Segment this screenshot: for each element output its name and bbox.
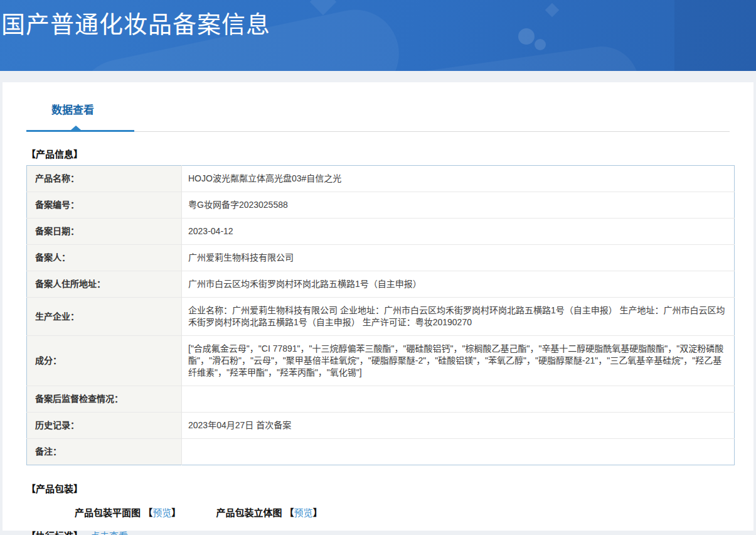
- row-label: 产品名称：: [27, 166, 182, 192]
- row-label: 成分：: [27, 336, 182, 386]
- content-card: 数据查看 【产品信息】 产品名称： HOJO波光粼粼立体高光盘03#自信之光 备…: [3, 82, 753, 531]
- packaging-flat-preview-link[interactable]: 预览: [152, 507, 171, 518]
- row-value: 粤G妆网备字2023025588: [182, 192, 735, 219]
- tab-data-view[interactable]: 数据查看: [51, 101, 94, 117]
- packaging-stereo-preview-link[interactable]: 预览: [294, 507, 313, 518]
- bracket-open: 【: [143, 507, 152, 518]
- banner-decoration: [310, 0, 336, 15]
- table-row-ingredients: 成分： ["合成氟金云母"，"CI 77891"，"十三烷醇偏苯三酸酯"，"硼硅…: [27, 336, 735, 386]
- tab-bar: 数据查看: [26, 101, 730, 132]
- execution-standard-row: 【执行标准】点击查看: [26, 529, 730, 535]
- packaging-flat-label: 产品包装平面图: [75, 507, 141, 518]
- banner-decoration: [545, 3, 560, 18]
- execution-standard-view-link[interactable]: 点击查看: [90, 531, 128, 535]
- packaging-row: 产品包装平面图 【预览】 产品包装立体图 【预览】: [75, 505, 730, 519]
- tab-active-underline: [26, 130, 134, 132]
- row-label: 备案人：: [27, 245, 182, 271]
- arrow-up-icon: [71, 126, 81, 130]
- row-value: HOJO波光粼粼立体高光盘03#自信之光: [182, 166, 735, 192]
- row-value: ["合成氟金云母"，"CI 77891"，"十三烷醇偏苯三酸酯"，"硼硅酸铝钙"…: [182, 336, 735, 386]
- row-value: 广州市白云区均禾街罗岗村环岗北路五横路1号（自主申报）: [182, 271, 735, 298]
- table-row-remarks: 备注：: [27, 439, 735, 465]
- table-row-registration-date: 备案日期： 2023-04-12: [27, 219, 735, 245]
- bracket-close: 】: [171, 507, 181, 518]
- row-value: 2023年04月27日 首次备案: [182, 413, 735, 439]
- row-label: 备案编号：: [27, 192, 182, 219]
- tab-underline: [26, 126, 730, 132]
- row-value: [182, 386, 735, 413]
- row-value: 企业名称：广州爱莉生物科技有限公司 企业地址：广州市白云区均禾街罗岗村环岗北路五…: [182, 298, 735, 336]
- row-value: 广州爱莉生物科技有限公司: [182, 245, 735, 271]
- product-info-table: 产品名称： HOJO波光粼粼立体高光盘03#自信之光 备案编号： 粤G妆网备字2…: [26, 165, 735, 465]
- section-title-execution-standard: 【执行标准】: [26, 531, 83, 535]
- table-row-registration-number: 备案编号： 粤G妆网备字2023025588: [27, 192, 735, 219]
- section-title-packaging: 【产品包装】: [26, 482, 730, 495]
- row-value: 2023-04-12: [182, 219, 735, 245]
- banner-decoration: [518, 28, 535, 45]
- page-title: 国产普通化妆品备案信息: [1, 5, 270, 40]
- row-label: 备案日期：: [27, 219, 182, 245]
- table-row-registrant: 备案人： 广州爱莉生物科技有限公司: [27, 245, 735, 271]
- bracket-close: 】: [313, 507, 322, 518]
- row-value: [182, 439, 735, 465]
- banner-decoration: [373, 41, 644, 71]
- bracket-open: 【: [285, 507, 294, 518]
- packaging-stereo-item: 产品包装立体图 【预览】: [216, 505, 322, 519]
- table-row-supervision-check: 备案后监督检查情况：: [27, 386, 735, 413]
- packaging-stereo-label: 产品包装立体图: [216, 507, 282, 518]
- banner-decoration: [674, 0, 756, 71]
- row-label: 备注：: [27, 439, 182, 465]
- banner-decoration: [535, 39, 546, 50]
- table-row-product-name: 产品名称： HOJO波光粼粼立体高光盘03#自信之光: [27, 166, 735, 192]
- section-title-product-info: 【产品信息】: [26, 147, 730, 160]
- row-label: 备案人住所地址：: [27, 271, 182, 298]
- table-row-registrant-address: 备案人住所地址： 广州市白云区均禾街罗岗村环岗北路五横路1号（自主申报）: [27, 271, 735, 298]
- row-label: 历史记录：: [27, 413, 182, 439]
- row-label: 备案后监督检查情况：: [27, 386, 182, 413]
- page-banner: 国产普通化妆品备案信息: [0, 0, 756, 71]
- table-row-history: 历史记录： 2023年04月27日 首次备案: [27, 413, 735, 439]
- row-label: 生产企业：: [27, 298, 182, 336]
- packaging-flat-item: 产品包装平面图 【预览】: [75, 505, 181, 519]
- table-row-manufacturer: 生产企业： 企业名称：广州爱莉生物科技有限公司 企业地址：广州市白云区均禾街罗岗…: [27, 298, 735, 336]
- tab-underline-rest: [134, 131, 730, 132]
